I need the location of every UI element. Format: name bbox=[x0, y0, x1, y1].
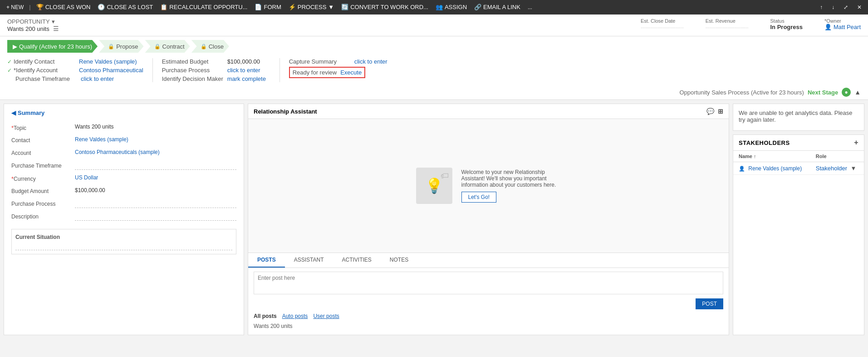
identify-contact-value[interactable]: Rene Valdes (sample) bbox=[79, 58, 137, 65]
convert-button[interactable]: 🔄 CONVERT TO WORK ORD... bbox=[338, 2, 431, 12]
purchase-timeframe-value[interactable]: click to enter bbox=[81, 75, 114, 82]
header-fields: Est. Close Date ........................… bbox=[641, 18, 861, 30]
relationship-section: Relationship Assistant 💬 ⊞ 💡 🏷 Welcome t… bbox=[248, 104, 729, 335]
field-account: Account Contoso Pharmaceuticals (sample) bbox=[11, 147, 236, 160]
stakeholders-col-name: Name ↑ bbox=[733, 151, 810, 162]
tab-notes[interactable]: NOTES bbox=[381, 253, 417, 268]
process-footer-text: Opportunity Sales Process (Active for 23… bbox=[679, 89, 804, 96]
close-as-won-button[interactable]: 🏆 CLOSE AS WON bbox=[34, 2, 93, 12]
stage-qualify[interactable]: ▶ Qualify (Active for 23 hours) bbox=[7, 40, 98, 53]
check-icon-account: ✓ bbox=[7, 67, 12, 74]
current-situation-label: Current Situation bbox=[15, 233, 232, 240]
field-topic: *Topic Wants 200 units bbox=[11, 122, 236, 134]
arrow-down-button[interactable]: ↓ bbox=[829, 2, 837, 12]
stakeholder-row: 👤 Rene Valdes (sample) Stakeholder ▼ bbox=[733, 162, 864, 175]
stakeholder-chevron-icon[interactable]: ▼ bbox=[851, 165, 857, 172]
stage-lock-icon-propose: 🔒 bbox=[108, 44, 114, 50]
stage-row-identify-account: ✓ *Identify Account Contoso Pharmaceutic… bbox=[7, 67, 143, 74]
page-header: OPPORTUNITY ▾ Wants 200 units ☰ Est. Clo… bbox=[0, 15, 868, 36]
stakeholder-name[interactable]: 👤 Rene Valdes (sample) bbox=[733, 162, 810, 175]
post-filter-tabs: All posts Auto posts User posts bbox=[254, 309, 723, 321]
purchase-process-value[interactable]: click to enter bbox=[227, 67, 260, 74]
decision-maker-value[interactable]: mark complete bbox=[227, 75, 266, 82]
stakeholder-role-value[interactable]: Stakeholder bbox=[816, 165, 847, 172]
execute-value[interactable]: Execute bbox=[340, 69, 362, 76]
owner-person-icon: 👤 bbox=[824, 24, 832, 30]
new-button[interactable]: + NEW bbox=[4, 2, 26, 12]
filter-auto-posts[interactable]: Auto posts bbox=[282, 313, 308, 319]
stage-close[interactable]: 🔒 Close bbox=[191, 40, 229, 53]
stage-lock-icon-close: 🔒 bbox=[201, 44, 207, 50]
ra-tabs: POSTS ASSISTANT ACTIVITIES NOTES bbox=[248, 253, 729, 268]
purchase-timeframe-input[interactable] bbox=[75, 162, 236, 170]
owner-value[interactable]: Matt Peart bbox=[834, 24, 861, 30]
process-footer: Opportunity Sales Process (Active for 23… bbox=[7, 86, 861, 99]
capture-summary-value[interactable]: click to enter bbox=[354, 58, 387, 65]
highlighted-review-box: Ready for review Execute bbox=[289, 67, 366, 78]
recalculate-button[interactable]: 📋 RECALCULATE OPPORTU... bbox=[157, 2, 250, 12]
field-purchase-process: Purchase Process bbox=[11, 198, 236, 211]
summary-section: ◀ Summary *Topic Wants 200 units Contact… bbox=[4, 104, 244, 335]
breadcrumb: OPPORTUNITY ▾ bbox=[7, 18, 59, 25]
right-panel: We are unable to get analytics data. Ple… bbox=[733, 104, 864, 335]
purchase-process-input[interactable] bbox=[75, 200, 236, 208]
form-button[interactable]: 📄 FORM bbox=[252, 2, 284, 12]
contact-link[interactable]: Rene Valdes (sample) bbox=[75, 136, 236, 143]
chat-icon[interactable]: 💬 bbox=[706, 108, 714, 115]
stakeholders-col-role: Role bbox=[810, 151, 864, 162]
description-input[interactable] bbox=[75, 213, 236, 221]
tab-activities[interactable]: ACTIVITIES bbox=[333, 253, 380, 268]
convert-icon: 🔄 bbox=[341, 4, 348, 10]
assign-icon: 👥 bbox=[436, 4, 443, 10]
grid-icon[interactable]: ⊞ bbox=[718, 108, 723, 115]
close-as-lost-button[interactable]: 🕐 CLOSE AS LOST bbox=[95, 2, 156, 12]
collapse-process-button[interactable]: ▲ bbox=[854, 89, 861, 96]
ra-bulb-icon: 💡 bbox=[425, 177, 443, 194]
check-icon-contact: ✓ bbox=[7, 59, 12, 65]
stage-details: ✓ Identify Contact Rene Valdes (sample) … bbox=[7, 56, 861, 86]
stage-row-purchase-timeframe: Purchase Timeframe click to enter bbox=[7, 75, 143, 82]
post-button[interactable]: POST bbox=[696, 298, 723, 309]
process-bar: ▶ Qualify (Active for 23 hours) 🔒 Propos… bbox=[0, 36, 868, 100]
main-content: ◀ Summary *Topic Wants 200 units Contact… bbox=[0, 100, 868, 339]
tab-posts[interactable]: POSTS bbox=[248, 253, 285, 268]
stage-lock-icon-contract: 🔒 bbox=[154, 44, 161, 50]
more-button[interactable]: ... bbox=[525, 2, 535, 12]
stage-flag-icon: ▶ bbox=[13, 43, 17, 50]
filter-user-posts[interactable]: User posts bbox=[313, 313, 339, 319]
process-button[interactable]: ⚡ PROCESS ▼ bbox=[286, 2, 337, 12]
close-window-button[interactable]: ✕ bbox=[854, 2, 864, 12]
ra-header-icons: 💬 ⊞ bbox=[706, 108, 723, 115]
lost-icon: 🕐 bbox=[98, 4, 105, 10]
stakeholders-table: Name ↑ Role 👤 Rene Valdes (sample) Stake… bbox=[733, 151, 864, 175]
tab-assistant[interactable]: ASSISTANT bbox=[285, 253, 333, 268]
assign-button[interactable]: 👥 ASSIGN bbox=[433, 2, 470, 12]
next-stage-button[interactable]: ● bbox=[842, 88, 851, 97]
email-button[interactable]: 🔗 EMAIL A LINK bbox=[471, 2, 523, 12]
field-currency: *Currency US Dollar bbox=[11, 173, 236, 185]
filter-all-posts[interactable]: All posts bbox=[254, 313, 277, 319]
arrow-up-button[interactable]: ↑ bbox=[817, 2, 825, 12]
account-link[interactable]: Contoso Pharmaceuticals (sample) bbox=[75, 149, 236, 155]
ra-post-area: POST All posts Auto posts User posts Wan… bbox=[248, 268, 729, 335]
stage-col-2: Estimated Budget $100,000.00 Purchase Pr… bbox=[152, 58, 280, 82]
currency-link[interactable]: US Dollar bbox=[75, 174, 236, 181]
toolbar: + NEW | 🏆 CLOSE AS WON 🕐 CLOSE AS LOST 📋… bbox=[0, 0, 868, 15]
status-badge: In Progress bbox=[770, 24, 803, 30]
breadcrumb-chevron-icon: ▾ bbox=[52, 18, 55, 25]
menu-icon[interactable]: ☰ bbox=[53, 25, 59, 32]
stakeholders-header: STAKEHOLDERS + bbox=[733, 135, 864, 151]
add-stakeholder-button[interactable]: + bbox=[854, 139, 858, 147]
stage-propose[interactable]: 🔒 Propose bbox=[99, 40, 143, 53]
est-revenue-field: Est. Revenue ...........................… bbox=[706, 18, 749, 29]
identify-account-value[interactable]: Contoso Pharmaceutical bbox=[79, 67, 143, 74]
won-icon: 🏆 bbox=[36, 4, 44, 10]
stage-row-purchase-process: Purchase Process click to enter bbox=[162, 67, 270, 74]
post-input[interactable] bbox=[254, 272, 723, 294]
process-icon: ⚡ bbox=[289, 4, 296, 10]
page-title: Wants 200 units ☰ bbox=[7, 25, 59, 32]
lets-go-button[interactable]: Let's Go! bbox=[461, 192, 497, 203]
expand-button[interactable]: ⤢ bbox=[841, 2, 851, 12]
current-situation-value[interactable] bbox=[15, 243, 232, 250]
stage-contract[interactable]: 🔒 Contract bbox=[145, 40, 190, 53]
